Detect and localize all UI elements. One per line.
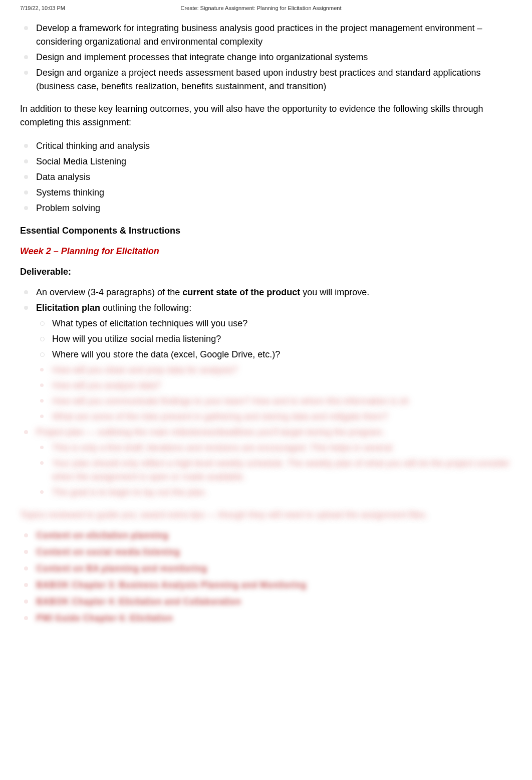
list-item-blurred: Content on social media listening <box>20 545 512 559</box>
list-item-blurred: Project plan — outlining the main milest… <box>20 426 512 499</box>
document-page: 7/19/22, 10:03 PM Create: Signature Assi… <box>0 0 532 648</box>
blurred-text: Content on BA planning and monitoring <box>36 563 207 573</box>
blurred-text: The goal is to begin to lay out the plan… <box>52 487 207 497</box>
essential-components-heading: Essential Components & Instructions <box>20 224 512 238</box>
list-item: Systems thinking <box>20 186 512 200</box>
list-item: How will you utilize social media listen… <box>36 332 512 346</box>
list-item-text: Where will you store the data (excel, Go… <box>52 349 280 359</box>
blurred-paragraph: Topics reviewed to guide you; award extr… <box>20 508 512 522</box>
blurred-text: How will you communicate findings to you… <box>52 396 409 406</box>
list-item: Develop a framework for integrating busi… <box>20 22 512 49</box>
list-item-text: Problem solving <box>36 203 100 213</box>
list-item-text: Data analysis <box>36 172 90 182</box>
bold-text: Elicitation plan <box>36 303 100 313</box>
intro-paragraph: In addition to these key learning outcom… <box>20 102 512 129</box>
list-item: Where will you store the data (excel, Go… <box>36 348 512 361</box>
blurred-text: How will you analyze data? <box>52 380 161 391</box>
list-item: What types of elicitation techniques wil… <box>36 317 512 330</box>
list-item: Design and organize a project needs asse… <box>20 66 512 93</box>
list-item-blurred: Content on elicitation planning <box>20 529 512 542</box>
skills-list: Critical thinking and analysis Social Me… <box>20 139 512 215</box>
blurred-text: Content on elicitation planning <box>36 530 168 540</box>
list-item-blurred: How will you analyze data? <box>36 379 512 393</box>
blurred-text: PMI Guide Chapter 6: Elicitation <box>36 613 173 623</box>
list-item: Elicitation plan outlining the following… <box>20 301 512 424</box>
bold-text: current state of the product <box>182 287 300 297</box>
list-item-text: Design and organize a project needs asse… <box>36 68 481 91</box>
project-plan-sublist: This is only a first draft; iterations a… <box>36 441 512 499</box>
blurred-text: Project plan — outlining the main milest… <box>36 427 385 437</box>
list-item-blurred: What are some of the risks present in ga… <box>36 410 512 424</box>
list-item-text: What types of elicitation techniques wil… <box>52 318 247 328</box>
blurred-text: What are some of the risks present in ga… <box>52 412 388 422</box>
text-span: outlining the following: <box>100 303 191 313</box>
list-item-text: Systems thinking <box>36 187 104 198</box>
header-title: Create: Signature Assignment: Planning f… <box>65 4 457 13</box>
blurred-text: How will you clean and prep data for ana… <box>52 365 237 375</box>
header-datetime: 7/19/22, 10:03 PM <box>20 4 65 13</box>
blurred-text: BABOK Chapter 3: Business Analysis Plann… <box>36 580 306 590</box>
learning-outcomes-list: Develop a framework for integrating busi… <box>20 22 512 93</box>
references-list: Content on elicitation planning Content … <box>20 529 512 625</box>
blurred-text: Your plan should only reflect a high-lev… <box>52 458 510 482</box>
list-item-blurred: Your plan should only reflect a high-lev… <box>36 457 512 484</box>
list-item-text: Social Media Listening <box>36 156 126 166</box>
list-item-text: Develop a framework for integrating busi… <box>36 23 482 47</box>
list-item-blurred: How will you communicate findings to you… <box>36 395 512 408</box>
list-item-blurred: BABOK Chapter 3: Business Analysis Plann… <box>20 578 512 592</box>
list-item: Problem solving <box>20 202 512 215</box>
list-item: Social Media Listening <box>20 155 512 168</box>
list-item-blurred: How will you clean and prep data for ana… <box>36 363 512 377</box>
blurred-text: BABOK Chapter 4: Elicitation and Collabo… <box>36 597 241 607</box>
deliverable-heading: Deliverable: <box>20 265 512 279</box>
list-item-text: Design and implement processes that inte… <box>36 52 368 62</box>
list-item-blurred: The goal is to begin to lay out the plan… <box>36 486 512 499</box>
list-item-blurred: Content on BA planning and monitoring <box>20 562 512 575</box>
list-item-blurred: PMI Guide Chapter 6: Elicitation <box>20 612 512 625</box>
list-item-text: How will you utilize social media listen… <box>52 334 221 344</box>
text-span: An overview (3-4 paragraphs) of the <box>36 287 182 297</box>
elicitation-sublist: What types of elicitation techniques wil… <box>36 317 512 424</box>
list-item-text: Critical thinking and analysis <box>36 141 150 151</box>
text-span: you will improve. <box>300 287 369 297</box>
blurred-text: This is only a first draft; iterations a… <box>52 443 392 453</box>
list-item: Design and implement processes that inte… <box>20 51 512 64</box>
list-item: Critical thinking and analysis <box>20 139 512 153</box>
list-item: Data analysis <box>20 170 512 184</box>
list-item-blurred: This is only a first draft; iterations a… <box>36 441 512 455</box>
week-heading: Week 2 – Planning for Elicitation <box>20 245 512 258</box>
list-item: An overview (3-4 paragraphs) of the curr… <box>20 286 512 299</box>
list-item-blurred: BABOK Chapter 4: Elicitation and Collabo… <box>20 595 512 609</box>
page-header: 7/19/22, 10:03 PM Create: Signature Assi… <box>20 0 512 22</box>
blurred-text: Content on social media listening <box>36 547 180 557</box>
deliverables-list: An overview (3-4 paragraphs) of the curr… <box>20 286 512 499</box>
